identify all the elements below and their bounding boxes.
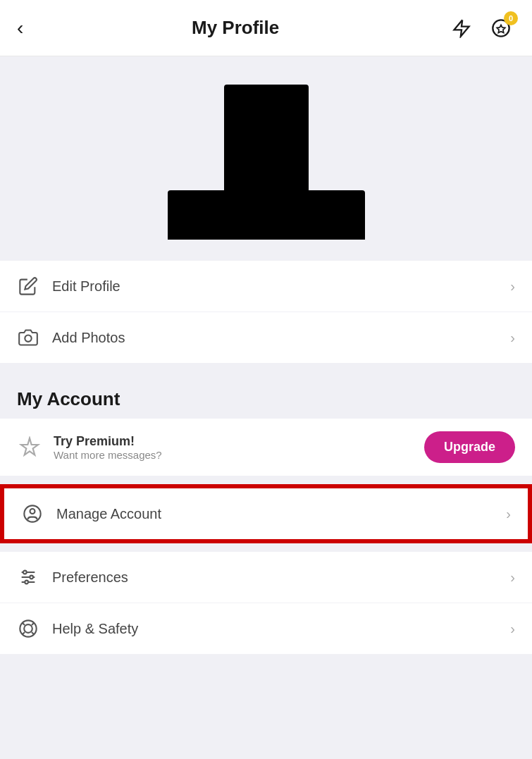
header-right: 0 bbox=[447, 14, 515, 42]
help-safety-icon bbox=[17, 617, 39, 640]
manage-account-highlight-wrapper: Manage Account › bbox=[0, 484, 532, 543]
add-photos-icon bbox=[17, 326, 39, 349]
edit-profile-label: Edit Profile bbox=[52, 278, 510, 295]
add-photos-label: Add Photos bbox=[52, 330, 510, 346]
edit-profile-item[interactable]: Edit Profile › bbox=[0, 261, 532, 312]
svg-marker-1 bbox=[497, 25, 505, 32]
add-photos-chevron: › bbox=[510, 330, 515, 346]
svg-point-9 bbox=[30, 576, 33, 579]
edit-profile-chevron: › bbox=[510, 278, 515, 295]
svg-point-8 bbox=[23, 571, 27, 574]
premium-sparkle-icon bbox=[17, 435, 42, 460]
svg-line-13 bbox=[23, 623, 25, 625]
manage-account-item[interactable]: Manage Account › bbox=[2, 486, 530, 541]
help-safety-label: Help & Safety bbox=[52, 621, 510, 637]
preferences-icon bbox=[17, 566, 39, 588]
preferences-label: Preferences bbox=[52, 569, 510, 586]
manage-account-chevron: › bbox=[506, 506, 511, 522]
notification-badge: 0 bbox=[504, 11, 518, 25]
svg-point-12 bbox=[24, 624, 32, 633]
premium-title: Try Premium! bbox=[54, 434, 424, 449]
silhouette-shoulders bbox=[168, 190, 365, 240]
preferences-chevron: › bbox=[510, 569, 515, 586]
edit-profile-icon bbox=[17, 275, 39, 297]
avatar bbox=[203, 85, 330, 240]
svg-point-4 bbox=[30, 509, 35, 514]
silhouette-head bbox=[224, 85, 309, 194]
avatar-section bbox=[0, 56, 532, 261]
lightning-icon-button[interactable] bbox=[447, 14, 476, 42]
bottom-menu: Preferences › Help & Safety › bbox=[0, 552, 532, 654]
premium-text-block: Try Premium! Want more messages? bbox=[54, 434, 424, 461]
my-account-title: My Account bbox=[17, 388, 515, 410]
premium-row[interactable]: Try Premium! Want more messages? Upgrade bbox=[0, 419, 532, 476]
lightning-icon bbox=[452, 18, 471, 38]
help-safety-chevron: › bbox=[510, 621, 515, 637]
svg-line-14 bbox=[32, 632, 34, 634]
manage-account-label: Manage Account bbox=[56, 506, 506, 522]
top-menu: Edit Profile › Add Photos › bbox=[0, 261, 532, 363]
preferences-item[interactable]: Preferences › bbox=[0, 552, 532, 603]
svg-line-15 bbox=[23, 632, 25, 634]
help-safety-item[interactable]: Help & Safety › bbox=[0, 603, 532, 654]
upgrade-button[interactable]: Upgrade bbox=[424, 431, 515, 463]
star-icon-button[interactable]: 0 bbox=[487, 14, 515, 42]
manage-account-icon bbox=[21, 502, 44, 525]
svg-point-2 bbox=[25, 335, 31, 342]
add-photos-item[interactable]: Add Photos › bbox=[0, 312, 532, 363]
back-button[interactable]: ‹ bbox=[17, 18, 23, 38]
page-title: My Profile bbox=[192, 17, 279, 39]
my-account-section-header: My Account bbox=[0, 371, 532, 419]
header-left: ‹ bbox=[17, 18, 23, 38]
svg-point-10 bbox=[25, 581, 28, 584]
svg-line-16 bbox=[32, 623, 34, 625]
header: ‹ My Profile 0 bbox=[0, 0, 532, 56]
premium-subtitle: Want more messages? bbox=[54, 449, 424, 461]
